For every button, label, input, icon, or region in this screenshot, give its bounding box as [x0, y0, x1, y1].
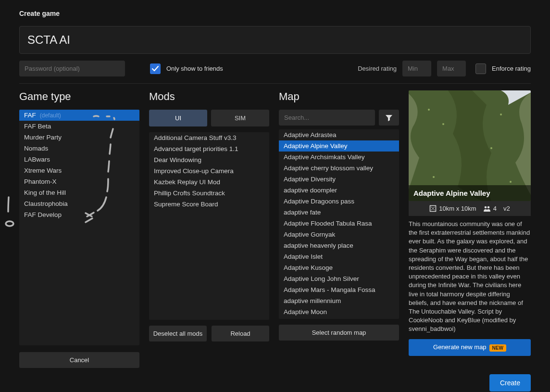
map-preview-title: Adaptive Alpine Valley	[409, 185, 531, 201]
mod-item[interactable]: Additional Camera Stuff v3.3	[149, 132, 269, 143]
svg-point-8	[484, 206, 487, 208]
size-icon	[429, 205, 437, 212]
random-map-button[interactable]: Select random map	[279, 325, 399, 341]
mods-heading: Mods	[149, 90, 269, 103]
game-type-item[interactable]: FAF Beta	[19, 121, 139, 132]
map-item[interactable]: Adaptive Flooded Tabula Rasa	[279, 218, 399, 229]
rating-max-input[interactable]	[437, 61, 466, 76]
enforce-rating-checkbox[interactable]	[475, 63, 486, 74]
map-item[interactable]: Adaptive cherry blossom valley	[279, 163, 399, 174]
map-item[interactable]: adaptive doompler	[279, 185, 399, 196]
map-preview-image: Adaptive Alpine Valley	[409, 90, 531, 201]
game-type-item[interactable]: Xtreme Wars	[19, 165, 139, 176]
mod-item[interactable]: Kazbek Replay UI Mod	[149, 177, 269, 188]
game-type-item[interactable]: LABwars	[19, 154, 139, 165]
tab-ui[interactable]: UI	[149, 110, 207, 126]
map-item[interactable]: Adaptive Kusoge	[279, 262, 399, 273]
svg-point-5	[433, 176, 435, 178]
map-item[interactable]: Adaptive Gornyak	[279, 229, 399, 240]
game-type-item[interactable]: Phantom-X	[19, 176, 139, 187]
game-type-item[interactable]: Nomads	[19, 143, 139, 154]
map-item[interactable]: adaptive heavenly place	[279, 240, 399, 251]
game-type-item[interactable]: Murder Party	[19, 132, 139, 143]
create-button[interactable]: Create	[489, 374, 531, 392]
enforce-rating-label: Enforce rating	[492, 65, 531, 72]
map-item[interactable]: Adaptive Moon	[279, 306, 399, 317]
new-badge: NEW	[489, 344, 506, 352]
svg-point-1	[428, 109, 430, 111]
game-type-item[interactable]: King of the Hill	[19, 187, 139, 198]
map-item[interactable]: Adaptive Alpine Valley	[279, 140, 399, 152]
rating-min-input[interactable]	[402, 61, 431, 76]
map-preview-meta: 10km x 10km 4 v2	[409, 201, 531, 216]
map-item[interactable]: Adaptive Mars - Mangala Fossa	[279, 284, 399, 295]
map-list[interactable]: Adaptive AdrasteaAdaptive Alpine ValleyA…	[279, 129, 399, 319]
filter-icon	[385, 114, 393, 122]
friends-only-checkbox[interactable]	[150, 63, 161, 74]
tab-sim[interactable]: SIM	[211, 110, 269, 126]
mod-item[interactable]: Dear Windowing	[149, 154, 269, 165]
map-item[interactable]: Adaptive Diversity	[279, 174, 399, 185]
cancel-button[interactable]: Cancel	[19, 352, 139, 368]
map-item[interactable]: Adaptive Archsimkats Valley	[279, 152, 399, 163]
map-item[interactable]: Adaptive Adrastea	[279, 129, 399, 140]
generate-map-button[interactable]: Generate new mapNEW	[409, 339, 531, 355]
map-preview-description: This mountainous community was one of th…	[409, 220, 531, 333]
map-filter-button[interactable]	[379, 110, 399, 126]
map-item[interactable]: adaptive fate	[279, 207, 399, 218]
game-type-list[interactable]: FAF(default)FAF BetaMurder PartyNomadsLA…	[19, 110, 139, 345]
svg-point-3	[500, 114, 502, 115]
game-type-item[interactable]: FAF(default)	[19, 110, 139, 121]
svg-point-9	[487, 206, 489, 208]
map-item[interactable]: Adaptive Long John Silver	[279, 273, 399, 284]
svg-point-6	[510, 181, 512, 183]
mod-item[interactable]: Phillip Crofts Soundtrack	[149, 188, 269, 199]
game-type-heading: Game type	[19, 90, 139, 103]
game-type-item[interactable]: FAF Develop	[19, 209, 139, 220]
map-item[interactable]: Adaptive Onslaught	[279, 317, 399, 319]
deselect-mods-button[interactable]: Deselect all mods	[149, 326, 207, 341]
map-item[interactable]: Adaptive Islet	[279, 251, 399, 262]
game-type-item[interactable]: Claustrophobia	[19, 198, 139, 209]
game-name-input[interactable]	[19, 26, 531, 54]
svg-point-2	[442, 123, 444, 125]
mod-item[interactable]: Improved Close-up Camera	[149, 165, 269, 177]
mods-list[interactable]: Additional Camera Stuff v3.3Advanced tar…	[149, 132, 269, 320]
map-item[interactable]: adaptive millennium	[279, 295, 399, 306]
friends-only-label: Only show to friends	[166, 65, 223, 72]
mod-item[interactable]: Supreme Score Board	[149, 199, 269, 210]
desired-rating-label: Desired rating	[358, 65, 397, 72]
map-search-input[interactable]	[279, 110, 375, 126]
map-item[interactable]: Adaptive Dragoons pass	[279, 196, 399, 207]
reload-mods-button[interactable]: Reload	[212, 326, 269, 341]
mod-item[interactable]: Advanced target priorities 1.1	[149, 143, 269, 154]
password-input[interactable]	[19, 61, 125, 76]
map-heading: Map	[279, 90, 399, 103]
svg-point-4	[490, 147, 492, 149]
page-title: Create game	[19, 10, 531, 17]
players-icon	[483, 205, 491, 212]
